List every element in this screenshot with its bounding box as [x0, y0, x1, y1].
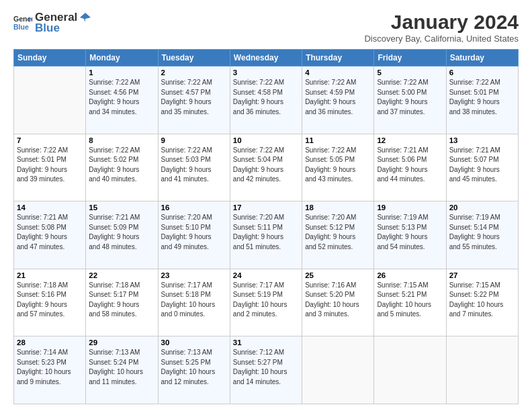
day-number: 2 [161, 68, 227, 77]
day-number: 19 [377, 203, 443, 212]
calendar-weekday-saturday: Saturday [446, 50, 518, 66]
calendar-cell: 12Sunrise: 7:21 AM Sunset: 5:06 PM Dayli… [374, 134, 446, 201]
calendar-week-5: 28Sunrise: 7:14 AM Sunset: 5:23 PM Dayli… [14, 336, 519, 404]
day-number: 20 [449, 203, 515, 212]
day-info: Sunrise: 7:14 AM Sunset: 5:23 PM Dayligh… [17, 348, 83, 387]
calendar-cell: 25Sunrise: 7:16 AM Sunset: 5:20 PM Dayli… [302, 269, 374, 336]
day-info: Sunrise: 7:13 AM Sunset: 5:24 PM Dayligh… [89, 348, 154, 387]
day-number: 24 [233, 271, 299, 279]
calendar-cell [302, 336, 374, 404]
calendar-cell: 28Sunrise: 7:14 AM Sunset: 5:23 PM Dayli… [14, 336, 86, 404]
day-number: 14 [17, 203, 83, 212]
day-info: Sunrise: 7:22 AM Sunset: 4:57 PM Dayligh… [161, 78, 227, 117]
day-info: Sunrise: 7:18 AM Sunset: 5:17 PM Dayligh… [89, 281, 154, 320]
calendar-cell: 22Sunrise: 7:18 AM Sunset: 5:17 PM Dayli… [86, 269, 158, 336]
calendar-weekday-monday: Monday [86, 50, 158, 66]
title-block: January 2024 Discovery Bay, California, … [364, 11, 519, 44]
day-number: 1 [89, 68, 154, 77]
day-number: 30 [161, 338, 227, 347]
calendar-cell [446, 336, 518, 404]
day-info: Sunrise: 7:19 AM Sunset: 5:14 PM Dayligh… [449, 213, 515, 252]
day-number: 25 [305, 271, 371, 279]
day-info: Sunrise: 7:22 AM Sunset: 4:58 PM Dayligh… [233, 78, 299, 117]
calendar-cell: 16Sunrise: 7:20 AM Sunset: 5:10 PM Dayli… [158, 201, 230, 269]
calendar-cell: 17Sunrise: 7:20 AM Sunset: 5:11 PM Dayli… [230, 201, 302, 269]
page: General Blue General Blue January 2024 D… [0, 0, 532, 411]
day-info: Sunrise: 7:16 AM Sunset: 5:20 PM Dayligh… [305, 281, 371, 320]
day-number: 5 [377, 68, 443, 77]
calendar-cell: 23Sunrise: 7:17 AM Sunset: 5:18 PM Dayli… [158, 269, 230, 336]
day-info: Sunrise: 7:18 AM Sunset: 5:16 PM Dayligh… [17, 281, 83, 320]
day-info: Sunrise: 7:22 AM Sunset: 5:01 PM Dayligh… [449, 78, 515, 117]
day-number: 18 [305, 203, 371, 212]
logo-icon: General Blue [13, 13, 32, 32]
day-info: Sunrise: 7:22 AM Sunset: 5:01 PM Dayligh… [17, 146, 83, 185]
day-number: 3 [233, 68, 299, 77]
day-number: 9 [161, 136, 227, 144]
day-number: 12 [377, 136, 443, 144]
day-number: 22 [89, 271, 154, 279]
day-info: Sunrise: 7:17 AM Sunset: 5:19 PM Dayligh… [233, 281, 299, 320]
day-number: 16 [161, 203, 227, 212]
calendar-weekday-friday: Friday [374, 50, 446, 66]
day-info: Sunrise: 7:21 AM Sunset: 5:08 PM Dayligh… [17, 213, 83, 252]
day-number: 10 [233, 136, 299, 144]
day-info: Sunrise: 7:22 AM Sunset: 5:02 PM Dayligh… [89, 146, 154, 185]
calendar-cell: 31Sunrise: 7:12 AM Sunset: 5:27 PM Dayli… [230, 336, 302, 404]
day-info: Sunrise: 7:21 AM Sunset: 5:06 PM Dayligh… [377, 146, 443, 185]
calendar-cell: 27Sunrise: 7:15 AM Sunset: 5:22 PM Dayli… [446, 269, 518, 336]
calendar-header-row: SundayMondayTuesdayWednesdayThursdayFrid… [14, 50, 519, 66]
day-info: Sunrise: 7:20 AM Sunset: 5:11 PM Dayligh… [233, 213, 299, 252]
day-info: Sunrise: 7:22 AM Sunset: 4:59 PM Dayligh… [305, 78, 371, 117]
calendar-cell [374, 336, 446, 404]
calendar-week-2: 7Sunrise: 7:22 AM Sunset: 5:01 PM Daylig… [14, 134, 519, 201]
calendar-weekday-thursday: Thursday [302, 50, 374, 66]
day-number: 23 [161, 271, 227, 279]
day-number: 29 [89, 338, 154, 347]
calendar-cell: 14Sunrise: 7:21 AM Sunset: 5:08 PM Dayli… [14, 201, 86, 269]
day-info: Sunrise: 7:12 AM Sunset: 5:27 PM Dayligh… [233, 348, 299, 387]
day-number: 26 [377, 271, 443, 279]
day-info: Sunrise: 7:22 AM Sunset: 5:05 PM Dayligh… [305, 146, 371, 185]
day-number: 31 [233, 338, 299, 347]
calendar-week-4: 21Sunrise: 7:18 AM Sunset: 5:16 PM Dayli… [14, 269, 519, 336]
main-title: January 2024 [364, 11, 519, 34]
day-number: 28 [17, 338, 83, 347]
calendar-table: SundayMondayTuesdayWednesdayThursdayFrid… [13, 49, 519, 404]
day-info: Sunrise: 7:13 AM Sunset: 5:25 PM Dayligh… [161, 348, 227, 387]
day-number: 17 [233, 203, 299, 212]
calendar-cell: 15Sunrise: 7:21 AM Sunset: 5:09 PM Dayli… [86, 201, 158, 269]
day-number: 8 [89, 136, 154, 144]
day-info: Sunrise: 7:22 AM Sunset: 5:04 PM Dayligh… [233, 146, 299, 185]
day-info: Sunrise: 7:22 AM Sunset: 5:00 PM Dayligh… [377, 78, 443, 117]
day-info: Sunrise: 7:15 AM Sunset: 5:21 PM Dayligh… [377, 281, 443, 320]
calendar-cell: 21Sunrise: 7:18 AM Sunset: 5:16 PM Dayli… [14, 269, 86, 336]
logo: General Blue General Blue [13, 11, 91, 35]
day-info: Sunrise: 7:22 AM Sunset: 5:03 PM Dayligh… [161, 146, 227, 185]
day-info: Sunrise: 7:21 AM Sunset: 5:09 PM Dayligh… [89, 213, 154, 252]
day-info: Sunrise: 7:21 AM Sunset: 5:07 PM Dayligh… [449, 146, 515, 185]
day-number: 11 [305, 136, 371, 144]
calendar-cell: 1Sunrise: 7:22 AM Sunset: 4:56 PM Daylig… [86, 66, 158, 134]
day-number: 15 [89, 203, 154, 212]
calendar-week-1: 1Sunrise: 7:22 AM Sunset: 4:56 PM Daylig… [14, 66, 519, 134]
day-info: Sunrise: 7:19 AM Sunset: 5:13 PM Dayligh… [377, 213, 443, 252]
calendar-cell: 7Sunrise: 7:22 AM Sunset: 5:01 PM Daylig… [14, 134, 86, 201]
day-info: Sunrise: 7:22 AM Sunset: 4:56 PM Dayligh… [89, 78, 154, 117]
calendar-weekday-tuesday: Tuesday [158, 50, 230, 66]
calendar-cell: 18Sunrise: 7:20 AM Sunset: 5:12 PM Dayli… [302, 201, 374, 269]
calendar-week-3: 14Sunrise: 7:21 AM Sunset: 5:08 PM Dayli… [14, 201, 519, 269]
calendar-cell: 9Sunrise: 7:22 AM Sunset: 5:03 PM Daylig… [158, 134, 230, 201]
day-number: 27 [449, 271, 515, 279]
calendar-cell: 13Sunrise: 7:21 AM Sunset: 5:07 PM Dayli… [446, 134, 518, 201]
calendar-weekday-sunday: Sunday [14, 50, 86, 66]
header: General Blue General Blue January 2024 D… [13, 11, 519, 44]
day-number: 7 [17, 136, 83, 144]
day-number: 21 [17, 271, 83, 279]
svg-marker-3 [80, 13, 91, 22]
logo-arrow-icon [79, 11, 91, 24]
sub-title: Discovery Bay, California, United States [364, 34, 519, 44]
day-info: Sunrise: 7:15 AM Sunset: 5:22 PM Dayligh… [449, 281, 515, 320]
calendar-cell: 20Sunrise: 7:19 AM Sunset: 5:14 PM Dayli… [446, 201, 518, 269]
calendar-cell: 6Sunrise: 7:22 AM Sunset: 5:01 PM Daylig… [446, 66, 518, 134]
